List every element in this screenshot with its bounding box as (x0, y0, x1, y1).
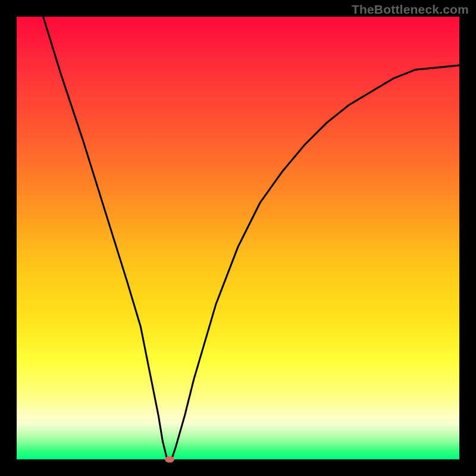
plot-background-gradient (17, 17, 459, 459)
chart-frame: TheBottleneck.com (0, 0, 476, 476)
watermark-text: TheBottleneck.com (352, 2, 469, 17)
